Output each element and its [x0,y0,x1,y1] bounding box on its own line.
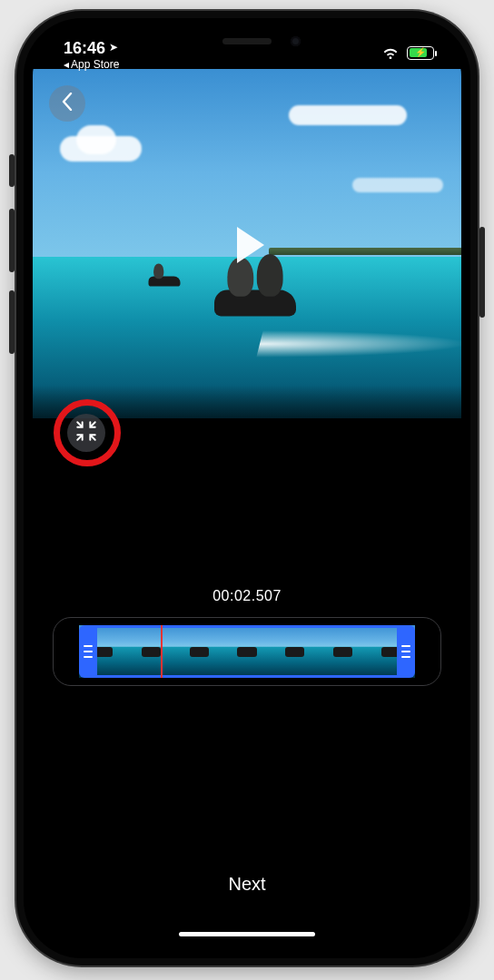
device-frame: 16:46 ➤ ◂ App Store ⚡ [16,11,478,965]
trim-handle-left-icon [84,645,93,658]
play-button[interactable] [219,217,275,273]
device-notch [152,27,342,58]
timeline-thumbnail [271,625,319,678]
play-icon [237,227,264,263]
timeline-thumbnail [127,625,175,678]
timeline-thumbnail [175,625,223,678]
back-to-app-label: App Store [71,58,119,71]
chevron-left-icon [61,93,74,114]
trim-handle-right-icon [401,645,410,658]
trim-handle-right[interactable] [397,625,415,678]
timeline-container [53,617,441,686]
status-time: 16:46 [64,40,105,56]
device-side-button [479,227,485,318]
device-volume-down [9,290,15,354]
wifi-icon [381,45,400,60]
collapse-icon [74,419,98,446]
location-arrow-icon: ➤ [109,42,118,53]
next-button[interactable]: Next [33,874,461,895]
home-indicator[interactable] [179,932,315,936]
trim-handle-left[interactable] [79,625,97,678]
back-to-app-link[interactable]: ◂ App Store [64,58,119,71]
collapse-button[interactable] [67,414,105,452]
next-button-label: Next [228,874,265,894]
timeline-playhead[interactable] [161,625,163,678]
caret-left-icon: ◂ [64,58,69,71]
device-volume-up [9,209,15,272]
app-screen: 16:46 ➤ ◂ App Store ⚡ [33,27,461,949]
video-timeline[interactable] [79,625,415,678]
battery-charging-icon: ⚡ [407,46,434,60]
playhead-timestamp: 00:02.507 [33,588,461,604]
timeline-thumbnails [79,625,415,678]
device-silence-switch [9,154,15,187]
timeline-thumbnail [223,625,272,678]
timeline-thumbnail [319,625,367,678]
back-button[interactable] [49,85,85,122]
